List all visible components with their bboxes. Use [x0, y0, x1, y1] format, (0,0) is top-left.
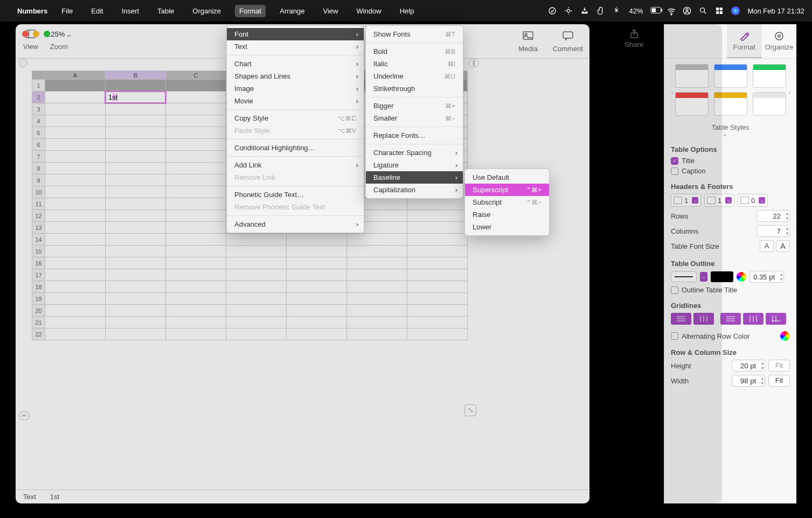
menu-item-underline[interactable]: Underline⌘U	[366, 70, 463, 82]
cell-D16[interactable]	[226, 257, 287, 269]
menu-item-capitalization[interactable]: Capitalization	[366, 184, 463, 196]
cell-B3[interactable]	[106, 103, 166, 115]
menu-item-image[interactable]: Image	[227, 82, 364, 95]
cell-C7[interactable]	[166, 151, 226, 163]
cell-E16[interactable]	[287, 257, 347, 269]
width-fit[interactable]: Fit	[768, 375, 790, 387]
menu-organize[interactable]: Organize	[188, 5, 225, 17]
menu-item-movie[interactable]: Movie	[227, 95, 364, 107]
menu-item-copy-style[interactable]: Copy Style⌥⌘C	[227, 112, 364, 124]
cell-G14[interactable]	[407, 234, 468, 246]
cell-C19[interactable]	[166, 293, 226, 305]
cell-A5[interactable]	[45, 127, 106, 139]
cell-C8[interactable]	[166, 163, 226, 174]
row-header-3[interactable]: 3	[32, 103, 45, 115]
menu-file[interactable]: File	[57, 5, 77, 17]
cell-F14[interactable]	[347, 234, 407, 246]
outline-color[interactable]	[711, 271, 733, 282]
cell-C9[interactable]	[166, 174, 226, 186]
cell-A6[interactable]	[45, 139, 106, 151]
menu-item-smaller[interactable]: Smaller⌘−	[366, 112, 463, 124]
cell-A12[interactable]	[45, 210, 106, 222]
cell-E21[interactable]	[287, 317, 347, 328]
window-controls[interactable]	[22, 31, 50, 37]
cell-B14[interactable]	[106, 234, 166, 246]
cell-G18[interactable]	[407, 281, 468, 293]
cell-C4[interactable]	[166, 115, 226, 127]
row-header-6[interactable]: 6	[32, 139, 45, 151]
menu-item-show-fonts[interactable]: Show Fonts⌘T	[366, 28, 463, 40]
cell-C5[interactable]	[166, 127, 226, 139]
cell-F22[interactable]	[347, 328, 407, 340]
spotlight-icon[interactable]	[699, 6, 707, 15]
height-stepper[interactable]: 20 pt▴▾	[732, 360, 765, 372]
cloud-icon[interactable]	[548, 6, 557, 15]
cell-G13[interactable]	[407, 222, 468, 234]
cell-B2[interactable]: 1st	[106, 92, 166, 103]
cell-C13[interactable]	[166, 222, 226, 234]
menu-item-raise[interactable]: Raise	[465, 208, 549, 221]
cell-B5[interactable]	[106, 127, 166, 139]
cell-E19[interactable]	[287, 293, 347, 305]
gridlines-footer[interactable]	[766, 313, 786, 325]
cell-B1[interactable]	[106, 80, 166, 92]
cell-D22[interactable]	[226, 328, 287, 340]
cell-E15[interactable]	[287, 246, 347, 257]
menu-item-strikethrough[interactable]: Strikethrough	[366, 82, 463, 95]
columns-stepper[interactable]: 7▴▾	[757, 225, 790, 237]
formula-value[interactable]: 1st	[50, 493, 59, 501]
cell-E17[interactable]	[287, 269, 347, 281]
cell-A1[interactable]	[45, 80, 106, 92]
cell-F17[interactable]	[347, 269, 407, 281]
row-header-8[interactable]: 8	[32, 163, 45, 174]
menu-item-bold[interactable]: Bold⌘B	[366, 45, 463, 58]
cell-C12[interactable]	[166, 210, 226, 222]
menu-item-subscript[interactable]: Subscript⌃⌘−	[465, 196, 549, 208]
cell-D18[interactable]	[226, 281, 287, 293]
cell-A17[interactable]	[45, 269, 106, 281]
cell-B7[interactable]	[106, 151, 166, 163]
cell-B15[interactable]	[106, 246, 166, 257]
col-header-C[interactable]: C	[166, 71, 226, 80]
cell-A8[interactable]	[45, 163, 106, 174]
menu-item-italic[interactable]: Italic⌘I	[366, 58, 463, 70]
row-header-16[interactable]: 16	[32, 257, 45, 269]
media-icon[interactable]	[523, 30, 533, 43]
cell-A20[interactable]	[45, 305, 106, 317]
cell-F18[interactable]	[347, 281, 407, 293]
row-header-14[interactable]: 14	[32, 234, 45, 246]
cell-B22[interactable]	[106, 328, 166, 340]
cell-A14[interactable]	[45, 234, 106, 246]
cell-A15[interactable]	[45, 246, 106, 257]
cell-A2[interactable]	[45, 92, 106, 103]
cell-D14[interactable]	[226, 234, 287, 246]
cell-B17[interactable]	[106, 269, 166, 281]
cell-A10[interactable]	[45, 186, 106, 198]
cell-A4[interactable]	[45, 115, 106, 127]
cell-G15[interactable]	[407, 246, 468, 257]
header-cols-control[interactable]: 1⌵	[704, 194, 734, 207]
table-resize-handle[interactable]: ⤡	[464, 404, 476, 416]
outline-title-checkbox[interactable]	[671, 286, 678, 294]
table-style-4[interactable]	[675, 92, 709, 116]
cell-C17[interactable]	[166, 269, 226, 281]
clock[interactable]: Mon Feb 17 21:32	[747, 7, 804, 15]
app-name[interactable]: Numbers	[17, 7, 47, 15]
cell-G12[interactable]	[407, 210, 468, 222]
cell-B13[interactable]	[106, 222, 166, 234]
comment-icon[interactable]	[563, 30, 573, 43]
cell-C18[interactable]	[166, 281, 226, 293]
styles-next[interactable]: ›	[788, 88, 790, 96]
row-header-9[interactable]: 9	[32, 174, 45, 186]
table-style-5[interactable]	[714, 92, 747, 116]
menu-insert[interactable]: Insert	[117, 5, 144, 17]
width-stepper[interactable]: 98 pt▴▾	[732, 375, 765, 387]
menu-item-ligature[interactable]: Ligature	[366, 159, 463, 171]
cell-D17[interactable]	[226, 269, 287, 281]
cell-B6[interactable]	[106, 139, 166, 151]
menu-edit[interactable]: Edit	[87, 5, 107, 17]
cell-A11[interactable]	[45, 198, 106, 210]
cell-A19[interactable]	[45, 293, 106, 305]
styles-prev[interactable]: ‹	[671, 88, 673, 96]
cell-F16[interactable]	[347, 257, 407, 269]
